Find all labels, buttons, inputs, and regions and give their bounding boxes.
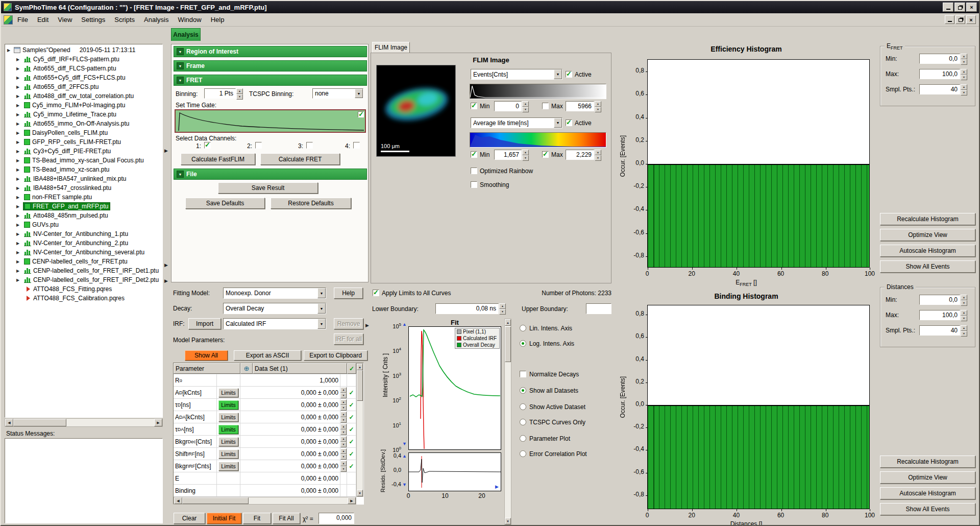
clear-button[interactable]: Clear: [174, 513, 205, 524]
scroll-right-icon[interactable]: ▶: [348, 497, 356, 504]
axis-adjuster-icon[interactable]: ▼: [402, 441, 407, 446]
fitting-model-select[interactable]: Monoexp. Donor ▼: [223, 288, 326, 299]
tree-item[interactable]: ▶Cy3+Cy5_diff_PIE-FRET.ptu: [5, 147, 162, 156]
param-value[interactable]: 0,000 ± 0,000: [240, 399, 340, 411]
tree-item[interactable]: ▶NV-Center_for_Antibunching_several.ptu: [5, 248, 162, 257]
expander-icon[interactable]: ▶: [16, 269, 23, 273]
tab-flim-image[interactable]: FLIM Image: [372, 42, 410, 53]
close-button[interactable]: ×: [966, 3, 977, 12]
distances-min-spinner[interactable]: ▲▼: [961, 295, 967, 305]
tree-item[interactable]: ▶Cy5_diff_IRF+FLCS-pattern.ptu: [5, 55, 162, 64]
tree-item[interactable]: ▶Atto655_diff_2FFCS.ptu: [5, 82, 162, 91]
fit-vscroll-thumb[interactable]: [505, 326, 511, 362]
scroll-up-icon[interactable]: ▲: [505, 319, 511, 326]
channel2-max-checkbox[interactable]: [542, 151, 549, 158]
expander-icon[interactable]: ▶: [16, 103, 23, 108]
scroll-down-icon[interactable]: ▼: [505, 518, 511, 524]
binding-show-all-events-button[interactable]: Show All Events: [880, 503, 975, 515]
restore-defaults-button[interactable]: Restore Defaults: [271, 198, 351, 209]
menu-file[interactable]: File: [13, 13, 33, 26]
expander-icon[interactable]: ▶: [16, 66, 23, 71]
fit-button[interactable]: Fit: [243, 513, 271, 524]
channel2-min-checkbox[interactable]: [471, 151, 477, 158]
binning-spinner[interactable]: ▲▼: [236, 88, 243, 99]
tree-item[interactable]: ▶NV-Center_for_Antibunching_2.ptu: [5, 238, 162, 248]
save-result-button[interactable]: Save Result: [218, 182, 318, 194]
param-value[interactable]: 1,0000: [240, 374, 340, 386]
channel1-max-checkbox[interactable]: [542, 103, 549, 109]
binding-autoscale-histogram-button[interactable]: Autoscale Histogram: [880, 487, 975, 499]
tree-item[interactable]: ▶Cy5_immo_Lifetime_Trace.ptu: [5, 110, 162, 119]
param-spinner[interactable]: ▲▼: [340, 448, 347, 460]
param-value[interactable]: 0,000 ± 0,000: [240, 485, 340, 496]
decay-select[interactable]: Overall Decay ▼: [223, 303, 326, 314]
lin-intens-axis-radio[interactable]: [520, 325, 526, 331]
efret-max-input[interactable]: 100,0: [919, 69, 960, 79]
file-tree[interactable]: ▶Samples"Opened2019-05-11 17:13:11▶Cy5_d…: [5, 44, 163, 418]
irf-select[interactable]: Calculated IRF ▼: [223, 318, 326, 329]
tree-item[interactable]: ▶CENP-labelled_cells_for_FRET_IRF_Det2.p…: [5, 275, 162, 284]
chevron-down-icon[interactable]: ▼: [554, 118, 562, 128]
channel1-select[interactable]: Events[Cnts] ▼: [471, 69, 562, 80]
show-active-dataset-radio[interactable]: [520, 403, 526, 410]
show-all-datasets-radio[interactable]: [520, 387, 526, 394]
flim-image-view[interactable]: 100 μm: [376, 65, 456, 157]
expander-icon[interactable]: ▶: [16, 223, 23, 227]
axis-adjuster-icon[interactable]: ▲: [402, 453, 407, 459]
expander-icon[interactable]: ▶: [16, 76, 23, 80]
efficiency-show-all-events-button[interactable]: Show All Events: [880, 260, 975, 273]
tree-item[interactable]: ATTO488_FCS_Calibration.pqres: [5, 294, 162, 303]
show-all-button[interactable]: Show All: [185, 350, 228, 361]
tree-item[interactable]: ▶CENP-labelled_cells_for_FRET.ptu: [5, 257, 162, 266]
menu-window[interactable]: Window: [173, 13, 206, 26]
fit-vscrollbar[interactable]: ▲ ▼: [504, 319, 511, 525]
restore-button[interactable]: [954, 3, 965, 12]
tree-item[interactable]: ▶GFP_RFP_cells_FLIM-FRET.ptu: [5, 137, 162, 147]
chevron-down-icon[interactable]: ▼: [317, 319, 326, 329]
tree-item[interactable]: ▶GUVs.ptu: [5, 220, 162, 229]
section-fret[interactable]: ▼FRET: [174, 75, 367, 86]
time-gate-graph[interactable]: [175, 109, 366, 133]
histogram-plot-area[interactable]: [647, 305, 870, 509]
tab-analysis[interactable]: Analysis: [171, 28, 201, 41]
expander-icon[interactable]: ▶: [16, 158, 23, 163]
log-intens-axis-radio[interactable]: [520, 340, 526, 347]
limits-button[interactable]: Limits: [218, 413, 238, 422]
expander-icon[interactable]: ▶: [16, 140, 23, 145]
collapse-icon[interactable]: ▼: [177, 48, 184, 55]
binding-recalculate-histogram-button[interactable]: Recalculate Histogram: [880, 456, 975, 468]
param-spinner[interactable]: ▲▼: [340, 461, 347, 472]
expander-icon[interactable]: ▶: [16, 213, 23, 218]
tree-item[interactable]: ▶TS-Bead_immo_xz-scan.ptu: [5, 165, 162, 174]
tree-hscroll-thumb[interactable]: [13, 419, 66, 426]
limits-button[interactable]: Limits: [218, 425, 238, 434]
efficiency-recalculate-histogram-button[interactable]: Recalculate Histogram: [880, 213, 975, 225]
limits-button[interactable]: Limits: [218, 400, 238, 410]
parameter-plot-radio[interactable]: [520, 435, 526, 442]
expander-icon[interactable]: ▶: [16, 204, 23, 209]
tree-item[interactable]: ▶DaisyPollen_cells_FLIM.ptu: [5, 128, 162, 137]
tree-item[interactable]: ▶Atto655_diff_FLCS-pattern.ptu: [5, 64, 162, 73]
param-hscroll-thumb[interactable]: [182, 497, 249, 504]
limits-button[interactable]: Limits: [218, 449, 238, 459]
channel1-active-checkbox[interactable]: [566, 71, 572, 78]
menu-settings[interactable]: Settings: [77, 13, 110, 26]
limits-button[interactable]: Limits: [218, 437, 238, 446]
channel-4-checkbox[interactable]: [353, 142, 360, 149]
expander-icon[interactable]: ▶: [16, 186, 23, 190]
section-region-of-interest[interactable]: ▼Region of Interest: [174, 46, 367, 57]
tree-item[interactable]: ▶FRET_GFP_and_mRFP.ptu: [5, 202, 162, 211]
mdi-close-button[interactable]: ×: [966, 15, 976, 24]
channel2-select[interactable]: Average life time[ns] ▼: [471, 117, 562, 128]
tree-item[interactable]: ▶Atto655_immo_On-Off-Analysis.ptu: [5, 119, 162, 128]
section-file[interactable]: ▼File: [174, 169, 367, 180]
param-spinner[interactable]: ▲▼: [340, 399, 347, 411]
channel1-max-spinner[interactable]: ▲▼: [595, 101, 601, 111]
collapse-icon[interactable]: ▼: [177, 62, 184, 69]
menu-edit[interactable]: Edit: [33, 13, 53, 26]
expander-icon[interactable]: ▶: [16, 131, 23, 135]
axis-adjuster-icon[interactable]: ▶: [495, 484, 499, 489]
expander-icon[interactable]: ▶: [16, 122, 23, 126]
tree-item[interactable]: ▶TS-Bead_immo_xy-scan_Dual Focus.ptu: [5, 156, 162, 165]
efret-smpl-pts-input[interactable]: 40: [919, 84, 960, 94]
